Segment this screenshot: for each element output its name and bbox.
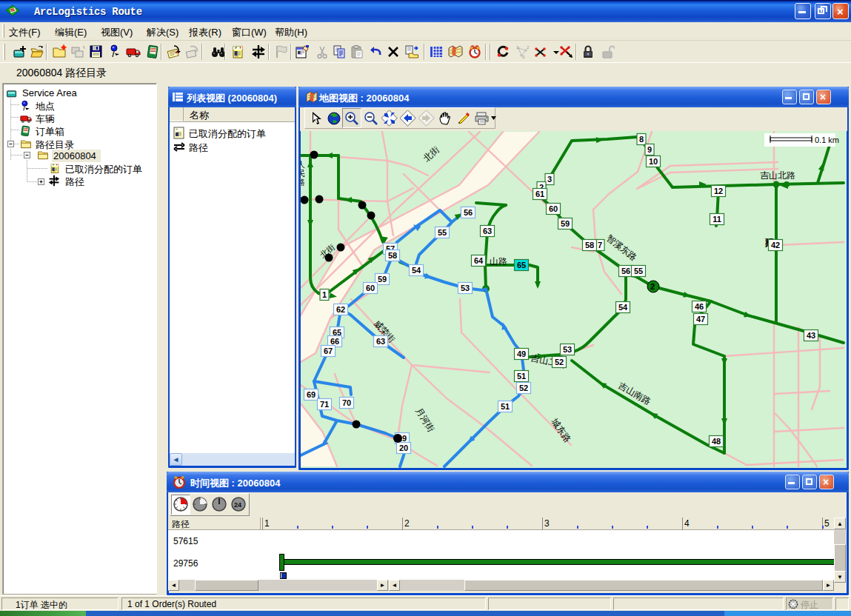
svg-text:71: 71 <box>320 400 329 409</box>
svg-text:24: 24 <box>234 501 241 509</box>
svg-text:59: 59 <box>378 275 387 284</box>
svg-text:民: 民 <box>301 169 305 178</box>
svg-text:3: 3 <box>547 175 552 184</box>
svg-text:8: 8 <box>639 135 644 144</box>
svg-text:64: 64 <box>474 256 484 265</box>
svg-text:52: 52 <box>519 384 528 392</box>
svg-text:9: 9 <box>647 145 652 154</box>
svg-text:51: 51 <box>517 372 526 381</box>
svg-text:46: 46 <box>695 302 704 311</box>
svg-text:吉山北路: 吉山北路 <box>760 170 795 181</box>
svg-text:69: 69 <box>307 390 316 399</box>
svg-text:3: 3 <box>522 55 525 59</box>
svg-text:53: 53 <box>563 345 572 354</box>
svg-text:60: 60 <box>366 284 375 292</box>
svg-text:54: 54 <box>412 266 421 275</box>
svg-text:65: 65 <box>517 261 526 270</box>
svg-text:62: 62 <box>336 305 345 314</box>
svg-text:55: 55 <box>438 228 447 237</box>
svg-text:55: 55 <box>634 267 643 275</box>
svg-text:48: 48 <box>712 437 721 446</box>
svg-text:67: 67 <box>324 346 333 355</box>
svg-text:7: 7 <box>598 241 602 250</box>
svg-text:53: 53 <box>461 284 470 292</box>
svg-text:43: 43 <box>807 331 815 340</box>
svg-text:42: 42 <box>771 241 780 250</box>
svg-text:61: 61 <box>535 190 544 198</box>
svg-text:60: 60 <box>549 204 558 213</box>
svg-text:山路: 山路 <box>490 256 507 267</box>
svg-text:1: 1 <box>322 290 327 299</box>
svg-text:56: 56 <box>621 267 630 275</box>
svg-text:人: 人 <box>301 160 305 169</box>
svg-text:54: 54 <box>618 303 628 312</box>
svg-text:路: 路 <box>301 178 305 187</box>
svg-text:58: 58 <box>388 251 397 260</box>
svg-text:2: 2 <box>527 45 530 50</box>
svg-text:58: 58 <box>585 241 594 250</box>
svg-text:66: 66 <box>330 337 339 346</box>
svg-text:56: 56 <box>464 208 473 217</box>
svg-text:70: 70 <box>342 398 351 407</box>
svg-text:63: 63 <box>376 337 385 346</box>
svg-text:47: 47 <box>696 315 705 324</box>
svg-text:12: 12 <box>714 187 723 195</box>
svg-text:0.1 km: 0.1 km <box>815 135 839 144</box>
svg-text:51: 51 <box>501 402 510 411</box>
svg-text:52: 52 <box>555 358 564 366</box>
svg-text:59: 59 <box>561 219 570 228</box>
svg-text:63: 63 <box>483 227 492 235</box>
svg-text:20: 20 <box>399 443 408 452</box>
svg-text:2: 2 <box>650 282 655 291</box>
svg-text:10: 10 <box>649 157 658 166</box>
svg-text:49: 49 <box>517 349 526 358</box>
svg-text:11: 11 <box>712 215 721 224</box>
